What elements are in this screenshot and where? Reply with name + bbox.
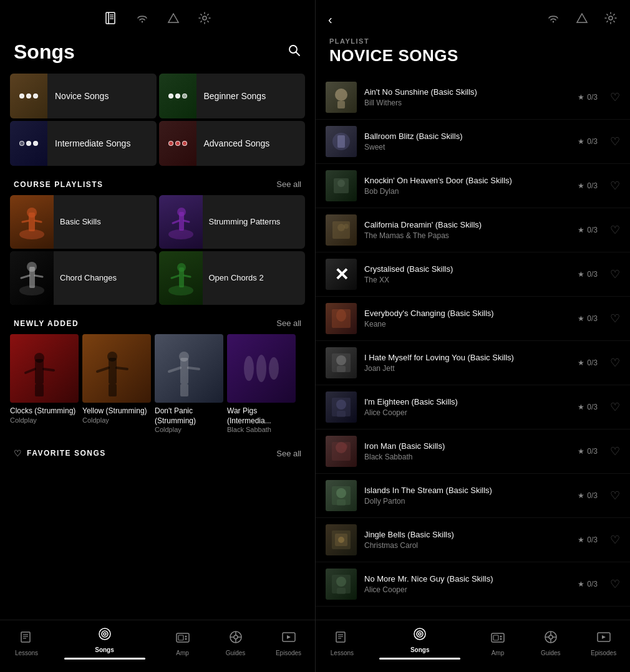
islands-favorite[interactable]: ♡ (610, 489, 620, 502)
new-song-clocks[interactable]: Clocks (Strumming) Coldplay (10, 334, 79, 433)
ihate-favorite[interactable]: ♡ (610, 356, 620, 370)
favorite-see-all[interactable]: See all (276, 449, 301, 458)
right-nav-amp[interactable]: Amp (482, 630, 513, 656)
crystalised-artist: The XX (364, 276, 570, 284)
gear-icon[interactable] (198, 11, 211, 28)
everybody-favorite[interactable]: ♡ (610, 312, 620, 325)
nomoremr-artist: Alice Cooper (364, 585, 570, 594)
right-nav-episodes[interactable]: Episodes (588, 630, 619, 656)
svg-line-31 (26, 369, 35, 373)
everybody-artwork (326, 303, 357, 334)
newly-added-see-all[interactable]: See all (276, 319, 301, 328)
triangle-icon[interactable] (167, 11, 180, 28)
novice-songs-card[interactable]: Novice Songs (10, 74, 157, 118)
jingle-artwork (326, 524, 357, 555)
right-panel: ‹ PLAYLIST (315, 0, 630, 672)
nav-amp-label: Amp (176, 650, 189, 656)
svg-point-93 (338, 537, 344, 543)
song-item-crystalised[interactable]: ✕ Crystalised (Basic Skills) The XX ★ 0/… (316, 252, 630, 297)
lessons-icon (19, 630, 34, 648)
advanced-label: Advanced Songs (204, 138, 270, 148)
song-item-iron-man[interactable]: Iron Man (Basic Skills) Black Sabbath ★ … (316, 430, 630, 474)
ihate-artwork (326, 347, 357, 378)
im18-rating: ★ 0/3 (578, 403, 598, 411)
chord-book-icon[interactable] (104, 11, 118, 28)
nav-songs[interactable]: Songs (64, 626, 145, 660)
ain-no-sunshine-artist: Bill Withers (364, 98, 570, 107)
strumming-patterns-card[interactable]: Strumming Patterns (159, 195, 306, 249)
left-bottom-nav: Lessons Songs Amp (0, 620, 315, 672)
newly-added-title: NEWLY ADDED (14, 319, 79, 328)
song-item-im-eighteen[interactable]: I'm Eighteen (Basic Skills) Alice Cooper… (316, 385, 630, 430)
beginner-songs-card[interactable]: Beginner Songs (159, 74, 306, 118)
favorite-songs-header: ♡ FAVORITE SONGS See all (0, 437, 315, 464)
svg-point-6 (203, 16, 206, 20)
back-button[interactable]: ‹ (328, 12, 332, 27)
ain-no-sunshine-artwork (326, 82, 357, 113)
knockin-artwork (326, 170, 357, 201)
song-item-ballroom-blitz[interactable]: Ballroom Blitz (Basic Skills) Sweet ★ 0/… (316, 120, 630, 164)
song-item-knockin[interactable]: Knockin' On Heaven's Door (Basic Skills)… (316, 164, 630, 208)
nav-episodes[interactable]: Episodes (273, 630, 304, 656)
islands-title: Islands In The Stream (Basic Skills) (364, 486, 570, 496)
ironman-favorite[interactable]: ♡ (610, 444, 620, 458)
newly-added-scroll: Clocks (Strumming) Coldplay Y (0, 334, 315, 433)
search-icon[interactable] (288, 44, 301, 60)
song-item-i-hate-myself[interactable]: I Hate Myself for Loving You (Basic Skil… (316, 341, 630, 385)
wifi-icon[interactable] (135, 11, 149, 28)
right-nav-songs[interactable]: Songs (379, 626, 460, 660)
nomoremr-favorite[interactable]: ♡ (610, 577, 620, 591)
california-info: California Dreamin' (Basic Skills) The M… (364, 220, 570, 241)
advanced-songs-card[interactable]: Advanced Songs (159, 121, 306, 166)
new-song-war-pigs[interactable]: War Pigs (Intermedia... Black Sabbath (227, 334, 296, 433)
song-item-jingle-bells[interactable]: Jingle Bells (Basic Skills) Christmas Ca… (316, 518, 630, 562)
song-item-everybodys-changing[interactable]: Everybody's Changing (Basic Skills) Kean… (316, 297, 630, 341)
svg-point-102 (417, 631, 423, 637)
open-chords-2-label: Open Chords 2 (209, 273, 264, 284)
course-playlists-title: COURSE PLAYLISTS (14, 180, 104, 189)
intermediate-songs-card[interactable]: Intermediate Songs (10, 121, 157, 166)
svg-rect-38 (109, 384, 117, 396)
chord-changes-card[interactable]: Chord Changes (10, 251, 157, 305)
basic-skills-card[interactable]: Basic Skills (10, 195, 157, 249)
svg-rect-33 (35, 384, 44, 396)
course-playlists-header: COURSE PLAYLISTS See all (0, 168, 315, 195)
knockin-favorite[interactable]: ♡ (610, 179, 620, 193)
right-nav-lessons[interactable]: Lessons (326, 630, 357, 656)
knockin-rating: ★ 0/3 (578, 181, 598, 190)
yellow-thumb (82, 334, 151, 403)
new-song-dont-panic[interactable]: Don't Panic (Strumming) Coldplay (155, 334, 223, 433)
ironman-rating: ★ 0/3 (578, 447, 598, 456)
crystalised-info: Crystalised (Basic Skills) The XX (364, 264, 570, 285)
song-item-california-dreamin[interactable]: California Dreamin' (Basic Skills) The M… (316, 208, 630, 252)
jingle-favorite[interactable]: ♡ (610, 533, 620, 547)
svg-point-5 (141, 21, 142, 22)
ballroom-favorite[interactable]: ♡ (610, 135, 620, 148)
song-item-ain-no-sunshine[interactable]: Ain't No Sunshine (Basic Skills) Bill Wi… (316, 75, 630, 120)
ain-no-sunshine-favorite[interactable]: ♡ (610, 90, 620, 104)
ihate-info: I Hate Myself for Loving You (Basic Skil… (364, 353, 570, 373)
svg-point-30 (34, 353, 44, 363)
im18-title: I'm Eighteen (Basic Skills) (364, 397, 570, 408)
song-item-no-more-mr[interactable]: No More Mr. Nice Guy (Basic Skills) Alic… (316, 562, 630, 607)
right-gear-icon[interactable] (604, 11, 618, 27)
open-chords-2-card[interactable]: Open Chords 2 (159, 251, 306, 305)
crystalised-favorite[interactable]: ♡ (610, 267, 620, 281)
california-favorite[interactable]: ♡ (610, 223, 620, 237)
beginner-thumb (159, 74, 196, 118)
right-wifi-icon[interactable] (546, 11, 560, 27)
right-triangle-icon[interactable] (575, 11, 589, 27)
islands-artwork (326, 480, 357, 511)
im18-favorite[interactable]: ♡ (610, 400, 620, 414)
new-song-yellow[interactable]: Yellow (Strumming) Coldplay (82, 334, 151, 433)
chord-changes-label: Chord Changes (60, 273, 117, 284)
course-playlists-see-all[interactable]: See all (276, 180, 301, 189)
nav-guides[interactable]: Guides (220, 630, 251, 656)
svg-rect-69 (337, 101, 345, 108)
svg-line-22 (21, 276, 29, 278)
right-episodes-icon (596, 630, 611, 648)
nav-amp[interactable]: Amp (167, 630, 198, 656)
song-item-islands[interactable]: Islands In The Stream (Basic Skills) Dol… (316, 474, 630, 518)
right-nav-guides[interactable]: Guides (535, 630, 566, 656)
nav-lessons[interactable]: Lessons (11, 630, 42, 656)
